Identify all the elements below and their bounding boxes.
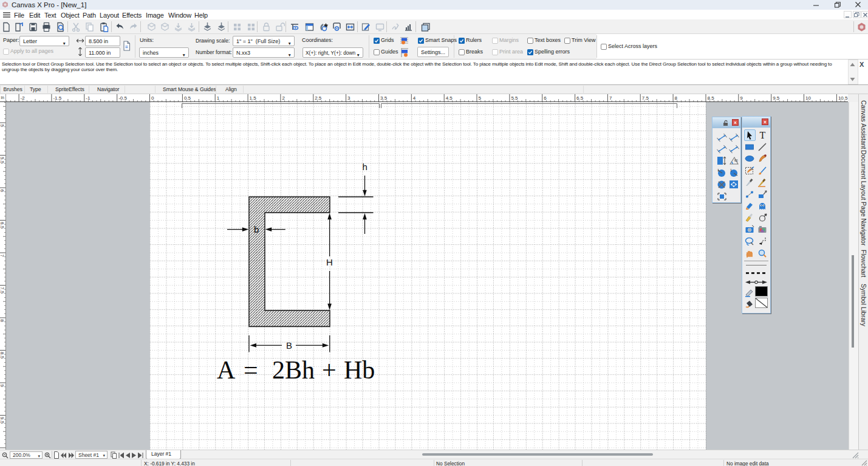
svg-text:-1: -1 [86, 95, 91, 101]
svg-text:5.5: 5.5 [511, 95, 518, 101]
svg-text:8: 8 [675, 95, 678, 101]
svg-text:2.5: 2.5 [315, 95, 322, 101]
svg-text:9.5: 9.5 [773, 95, 780, 101]
svg-text:6.5: 6.5 [576, 95, 584, 101]
svg-text:-1.5: -1.5 [53, 95, 61, 101]
svg-text:h: h [363, 162, 367, 172]
svg-text:1.5: 1.5 [250, 95, 257, 101]
svg-text:7: 7 [609, 95, 612, 101]
svg-text:10: 10 [805, 95, 811, 101]
svg-text:3: 3 [347, 95, 350, 101]
svg-text:4: 4 [413, 95, 416, 101]
svg-text:7.5: 7.5 [0, 287, 5, 294]
svg-text:9: 9 [740, 95, 743, 101]
svg-text:6: 6 [544, 95, 547, 101]
svg-text:5: 5 [0, 125, 5, 128]
svg-text:H: H [326, 257, 333, 267]
svg-text:10.5: 10.5 [838, 95, 848, 101]
svg-text:7.5: 7.5 [642, 95, 649, 101]
svg-text:3.5: 3.5 [380, 95, 388, 101]
svg-text:6: 6 [0, 190, 5, 193]
svg-text:6.5: 6.5 [0, 222, 5, 229]
svg-text:4.5: 4.5 [446, 95, 453, 101]
svg-text:2: 2 [282, 95, 285, 101]
svg-text:9: 9 [0, 385, 5, 388]
svg-text:60: 60 [734, 159, 738, 162]
svg-text:1: 1 [217, 95, 220, 101]
svg-text:8.5: 8.5 [0, 352, 5, 359]
svg-text:1: 1 [730, 168, 732, 172]
svg-text:8: 8 [0, 320, 5, 323]
svg-text:0: 0 [151, 95, 154, 101]
svg-text:9.5: 9.5 [0, 417, 5, 424]
svg-text:5: 5 [479, 95, 482, 101]
svg-text:-0.5: -0.5 [118, 95, 127, 101]
svg-text:b: b [254, 224, 259, 235]
svg-text:-2: -2 [21, 95, 26, 101]
svg-text:7: 7 [0, 255, 5, 258]
svg-text:8.5: 8.5 [708, 95, 715, 101]
svg-text:1: 1 [717, 168, 719, 172]
svg-text:0.5: 0.5 [184, 95, 191, 101]
svg-text:5.5: 5.5 [0, 157, 5, 164]
svg-text:B: B [286, 340, 292, 351]
